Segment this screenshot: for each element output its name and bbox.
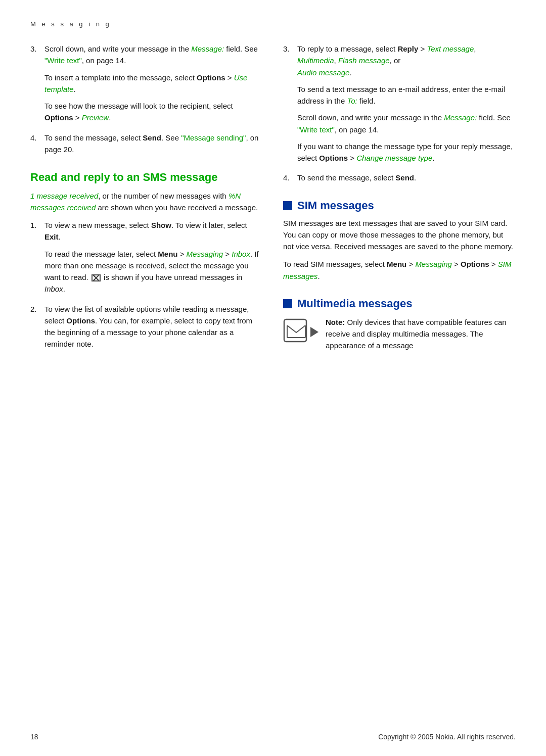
right-step-3-change-type: Change message type — [356, 154, 432, 162]
sms-step-1-content: To view a new message, select Show. To v… — [44, 219, 263, 298]
right-step-4-period: . — [414, 173, 416, 182]
step-3-sub2: To see how the message will look to the … — [44, 100, 263, 124]
column-right: 3. To reply to a message, select Reply >… — [283, 43, 516, 356]
step-4-see: . See — [161, 133, 181, 142]
right-step-3-gt: > — [418, 44, 427, 53]
sim-read-before: To read SIM messages, select — [283, 260, 387, 268]
left-step-4: 4. To send the message, select Send. See… — [30, 132, 263, 156]
sms-heading-text: Read and reply to an SMS message — [30, 171, 217, 183]
sms-step-2-number: 2. — [30, 303, 40, 350]
sms-step-1-gt1: > — [177, 250, 186, 258]
note-box: Note: Only devices that have compatible … — [283, 316, 516, 352]
header-text: M e s s a g i n g — [30, 20, 111, 28]
step-4-message-sending-link[interactable]: "Message sending" — [181, 133, 246, 142]
right-step-3-message-field: Message: — [444, 113, 477, 122]
step-4-send: Send — [143, 133, 161, 142]
sim-gt2: > — [452, 260, 461, 268]
sim-menu-bold: Menu — [387, 260, 406, 268]
right-step-3-comma1: , — [474, 44, 476, 53]
page: M e s s a g i n g 3. Scroll down, and wr… — [0, 0, 546, 756]
step-3-write-text-link[interactable]: "Write text" — [44, 56, 82, 65]
sms-step-1: 1. To view a new message, select Show. T… — [30, 219, 263, 298]
note-icon-wrapper — [283, 318, 309, 346]
right-step-4-number: 4. — [283, 172, 293, 183]
right-steps-list: 3. To reply to a message, select Reply >… — [283, 43, 516, 184]
sms-section-heading: Read and reply to an SMS message — [30, 170, 263, 185]
note-label: Note: — [326, 318, 345, 326]
right-step-4-send: Send — [395, 173, 414, 182]
page-header: M e s s a g i n g — [30, 20, 516, 28]
step-4-content: To send the message, select Send. See "M… — [44, 132, 263, 156]
right-step-3-text-message: Text message — [427, 44, 474, 53]
sms-step-2: 2. To view the list of available options… — [30, 303, 263, 350]
right-step-3-number: 3. — [283, 43, 293, 167]
right-step-3-sub2-before: Scroll down, and write your message in t… — [297, 113, 444, 122]
sms-step-1-sub-rest2: is shown if you have unread messages in — [102, 273, 243, 281]
sms-step-1-exit: Exit — [44, 232, 59, 241]
note-body-text: Only devices that have compatible featur… — [326, 318, 507, 350]
sms-step-1-inbox: Inbox — [232, 250, 250, 258]
sms-step-1-sub-before: To read the message later, select — [44, 250, 158, 258]
right-step-3-reply: Reply — [397, 44, 418, 53]
sim-section-title: SIM messages — [297, 199, 374, 212]
left-steps-list: 3. Scroll down, and write your message i… — [30, 43, 263, 155]
sms-intro-rest2: are shown when you have received a messa… — [96, 203, 258, 212]
right-step-3-sub1: To send a text message to an e-mail addr… — [297, 83, 516, 107]
sim-gt1: > — [406, 260, 415, 268]
right-step-3-content: To reply to a message, select Reply > Te… — [297, 43, 516, 167]
two-column-layout: 3. Scroll down, and write your message i… — [30, 43, 516, 356]
sms-intro-rest1: , or the number of new messages with — [98, 192, 229, 200]
step-3-options-bold: Options — [197, 73, 225, 82]
sms-step-1-period: . — [59, 232, 61, 241]
right-step-3-sub1-text: To send a text message to an e-mail addr… — [297, 85, 505, 105]
multimedia-section-title: Multimedia messages — [297, 297, 412, 310]
right-step-4-content: To send the message, select Send. — [297, 172, 516, 183]
sim-options-bold: Options — [461, 260, 489, 268]
sim-period: . — [317, 272, 320, 280]
right-step-3-sub3: If you want to change the message type f… — [297, 140, 516, 164]
step-3-content: Scroll down, and write your message in t… — [44, 43, 263, 127]
right-step-3: 3. To reply to a message, select Reply >… — [283, 43, 516, 167]
step-3-sub2-before: To see how the message will look to the … — [44, 102, 233, 110]
sim-messaging-italic: Messaging — [415, 260, 452, 268]
step-3-text-before: Scroll down, and write your message in t… — [44, 44, 191, 53]
sms-step-1-menu: Menu — [158, 250, 177, 258]
left-step-3: 3. Scroll down, and write your message i… — [30, 43, 263, 127]
sms-intro-paragraph: 1 message received, or the number of new… — [30, 190, 263, 214]
sms-step-1-show: Show — [151, 221, 171, 229]
sim-body-paragraph: SIM messages are text messages that are … — [283, 217, 516, 253]
sim-gt3: > — [489, 260, 498, 268]
right-step-3-sub3-period: . — [432, 154, 434, 162]
note-arrow-icon — [310, 327, 318, 337]
step-3-sub1-period: . — [74, 85, 76, 93]
sms-step-1-number: 1. — [30, 219, 40, 298]
sms-step-1-sub-period: . — [63, 285, 65, 293]
step-3-sub2-period: . — [109, 113, 111, 122]
right-step-4: 4. To send the message, select Send. — [283, 172, 516, 183]
step-3-text-field: field. See — [224, 44, 258, 53]
column-left: 3. Scroll down, and write your message i… — [30, 43, 263, 356]
sms-steps-list: 1. To view a new message, select Show. T… — [30, 219, 263, 350]
right-step-3-write-text-link[interactable]: "Write text" — [297, 125, 335, 134]
footer-page-number: 18 — [30, 733, 38, 741]
right-step-3-multimedia: Multimedia — [297, 56, 334, 65]
sms-step-2-options: Options — [66, 316, 95, 325]
note-text-paragraph: Note: Only devices that have compatible … — [326, 316, 516, 352]
right-step-3-comma2: , — [334, 56, 336, 65]
right-step-3-options: Options — [319, 154, 348, 162]
right-step-3-or: , or — [390, 56, 401, 65]
step-3-sub2-gt: > — [73, 113, 82, 122]
right-step-3-to-field: To: — [347, 97, 357, 105]
step-3-sub1-gt: > — [225, 73, 234, 82]
step-4-number: 4. — [30, 132, 40, 156]
sim-body1-text: SIM messages are text messages that are … — [283, 219, 513, 251]
sim-blue-square-icon — [283, 201, 292, 210]
step-3-options-bold-2: Options — [44, 113, 73, 122]
note-icon-svg — [283, 318, 309, 345]
footer-copyright: Copyright © 2005 Nokia. All rights reser… — [378, 733, 516, 741]
right-step-3-sub1-rest: field. — [357, 97, 376, 105]
page-footer: 18 Copyright © 2005 Nokia. All rights re… — [30, 733, 516, 741]
step-3-sub1: To insert a template into the message, s… — [44, 72, 263, 96]
envelope-inline-icon — [92, 274, 101, 281]
right-step-3-before: To reply to a message, select — [297, 44, 397, 53]
